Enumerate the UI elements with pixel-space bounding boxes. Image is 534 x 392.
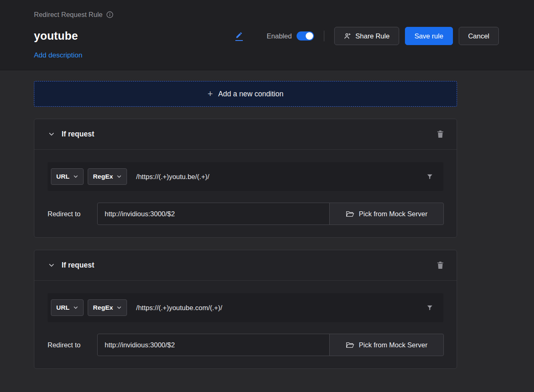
add-condition-label: Add a new condition xyxy=(218,90,284,98)
edit-title-icon[interactable] xyxy=(235,31,243,41)
condition-card-2: If request URL RegEx xyxy=(34,250,457,369)
rule-type-row: Redirect Request Rule xyxy=(34,11,499,19)
redirect-row: Redirect to Pick from Mock Server xyxy=(48,334,443,356)
pick-mock-server-button[interactable]: Pick from Mock Server xyxy=(329,334,444,356)
redirect-destination-input[interactable] xyxy=(97,334,330,356)
source-key-value: URL xyxy=(56,173,69,180)
rule-title: youtube xyxy=(34,30,78,43)
redirect-row: Redirect to Pick from Mock Server xyxy=(48,203,443,225)
redirect-to-label: Redirect to xyxy=(48,341,97,349)
condition-card-body: URL RegEx Redirect to xyxy=(34,150,457,237)
source-url-input[interactable] xyxy=(131,304,422,312)
folder-icon xyxy=(346,342,354,349)
share-rule-button[interactable]: Share Rule xyxy=(334,27,399,45)
source-condition-row: URL RegEx xyxy=(48,293,443,322)
title-row: youtube Enabled xyxy=(34,27,499,45)
pick-mock-server-label: Pick from Mock Server xyxy=(359,341,428,349)
delete-condition-icon[interactable] xyxy=(436,261,444,270)
source-condition-row: URL RegEx xyxy=(48,162,443,191)
source-operator-select[interactable]: RegEx xyxy=(88,168,127,185)
share-rule-label: Share Rule xyxy=(355,32,390,40)
source-operator-value: RegEx xyxy=(93,304,113,311)
enabled-label: Enabled xyxy=(267,32,292,40)
condition-card-body: URL RegEx Redirect to xyxy=(34,281,457,368)
redirect-destination-input[interactable] xyxy=(97,203,330,225)
condition-card-header: If request xyxy=(34,250,457,281)
pick-mock-server-button[interactable]: Pick from Mock Server xyxy=(329,203,444,225)
filter-icon[interactable] xyxy=(426,173,433,180)
share-icon xyxy=(344,32,351,40)
plus-icon: + xyxy=(208,89,213,98)
source-url-input[interactable] xyxy=(131,173,422,181)
source-operator-value: RegEx xyxy=(93,173,113,180)
enabled-toggle[interactable] xyxy=(297,31,314,41)
toggle-knob xyxy=(306,32,313,40)
condition-card-1: If request URL RegEx xyxy=(34,119,457,238)
condition-title: If request xyxy=(62,130,94,139)
pick-mock-server-label: Pick from Mock Server xyxy=(359,210,428,218)
source-key-select[interactable]: URL xyxy=(51,168,84,185)
rule-header: Redirect Request Rule youtube Enabl xyxy=(0,0,534,70)
chevron-down-icon[interactable] xyxy=(48,131,55,137)
rule-body: + Add a new condition If request xyxy=(0,70,534,369)
source-key-value: URL xyxy=(56,304,69,311)
source-key-select[interactable]: URL xyxy=(51,299,84,316)
delete-condition-icon[interactable] xyxy=(436,130,444,139)
cancel-button[interactable]: Cancel xyxy=(459,27,499,45)
redirect-rule-editor: Redirect Request Rule youtube Enabl xyxy=(0,0,534,369)
source-operator-select[interactable]: RegEx xyxy=(88,299,127,316)
redirect-to-label: Redirect to xyxy=(48,210,97,218)
chevron-down-icon[interactable] xyxy=(48,262,55,268)
filter-icon[interactable] xyxy=(426,304,433,311)
header-controls: Enabled Share Rule Save rule xyxy=(235,27,499,45)
condition-title: If request xyxy=(62,261,94,270)
condition-card-header: If request xyxy=(34,119,457,150)
add-condition-button[interactable]: + Add a new condition xyxy=(34,81,457,107)
folder-icon xyxy=(346,210,354,218)
divider xyxy=(324,31,324,41)
add-description-link[interactable]: Add description xyxy=(34,51,82,60)
save-rule-button[interactable]: Save rule xyxy=(405,27,453,45)
rule-type-label: Redirect Request Rule xyxy=(34,11,103,19)
info-icon[interactable] xyxy=(106,11,113,18)
